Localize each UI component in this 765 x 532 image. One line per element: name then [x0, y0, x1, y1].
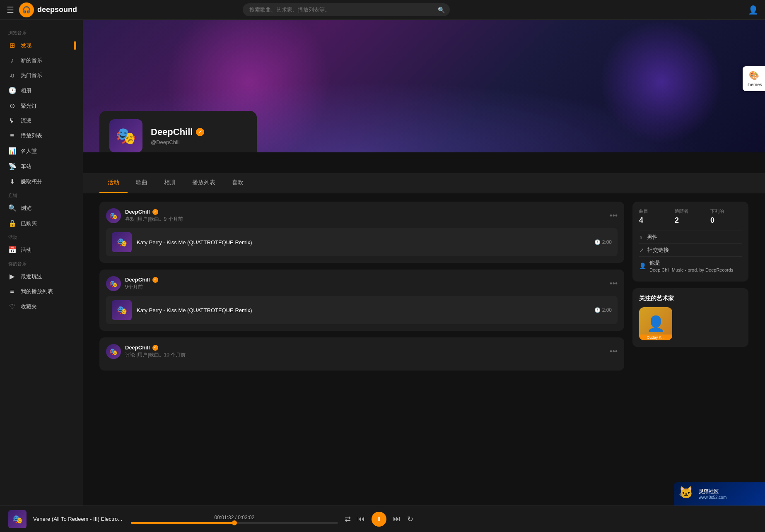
player-progress-section: 00:01:32 / 0:03:02	[131, 515, 338, 524]
stat-following: 下列的 0	[710, 208, 742, 225]
play-pause-button[interactable]: ⏸	[372, 512, 386, 527]
activity-user-info: DeepChill ✓ 喜欢 |用户|歌曲。9 个月前	[125, 209, 606, 223]
profile-stats: 曲目 4 追随者 2 下列的 0 ♀	[632, 202, 748, 282]
sidebar-item-activity[interactable]: 📅 活动	[0, 242, 83, 258]
track-duration: 🕐 2:00	[594, 239, 612, 245]
user-avatar-icon[interactable]: 👤	[748, 5, 758, 15]
sidebar-item-spotlight[interactable]: ⊙ 聚光灯	[0, 98, 83, 113]
sidebar-item-hall-of-fame[interactable]: 📊 名人堂	[0, 143, 83, 159]
profile-name-text: DeepChill	[151, 127, 193, 137]
tracks-label: 曲目	[639, 208, 671, 214]
sidebar-item-discover[interactable]: ⊞ 发现	[0, 38, 83, 53]
progress-bar[interactable]	[131, 522, 338, 524]
profile-name: DeepChill ✓	[151, 127, 204, 137]
activity-avatar: 🎭	[106, 276, 121, 291]
sidebar-item-earn-points[interactable]: ⬇ 赚取积分	[0, 174, 83, 189]
content-area: 🎭 DeepChill ✓ @DeepChill 活动 歌曲 相册 播放列表 喜…	[83, 20, 765, 506]
watermark: 🐱 灵猫社区 www.0s52.com	[674, 482, 765, 506]
track-duration: 🕐 2:00	[594, 307, 612, 313]
sidebar-item-label: 车站	[21, 163, 31, 170]
tab-activity[interactable]: 活动	[99, 173, 128, 193]
activity-feed: 🎭 DeepChill ✓ 喜欢 |用户|歌曲。9 个月前 ••• 🎭	[99, 202, 624, 377]
tracks-value: 4	[639, 216, 671, 225]
hot-music-icon: ♫	[8, 72, 16, 79]
repeat-button[interactable]: ↻	[407, 515, 413, 524]
social-detail[interactable]: ↗ 社交链接	[639, 243, 742, 256]
favorites-icon: ♡	[8, 303, 16, 311]
activity-header: 🎭 DeepChill ✓ 9个月前 •••	[106, 276, 618, 291]
sidebar-item-album[interactable]: 🕐 相册	[0, 83, 83, 98]
following-value: 0	[710, 216, 742, 225]
track-thumbnail: 🎭	[112, 232, 132, 252]
tab-albums[interactable]: 相册	[156, 173, 184, 193]
following-title: 关注的艺术家	[639, 295, 742, 302]
tab-playlists[interactable]: 播放列表	[184, 173, 224, 193]
sidebar-item-label: 已购买	[21, 220, 37, 227]
track-info: Katy Perry - Kiss Me (QUATTROTEQUE Remix…	[137, 239, 589, 246]
prev-button[interactable]: ⏮	[357, 515, 365, 523]
sidebar-item-recently-played[interactable]: ▶ 最近玩过	[0, 269, 83, 284]
sidebar-item-hot-music[interactable]: ♫ 热门音乐	[0, 68, 83, 83]
album-icon: 🕐	[8, 87, 16, 94]
sidebar-item-new-music[interactable]: ♪ 新的音乐	[0, 53, 83, 68]
progress-dot	[232, 520, 237, 525]
watermark-text-block: 灵猫社区 www.0s52.com	[699, 488, 726, 500]
activity-description: 喜欢 |用户|歌曲。9 个月前	[125, 216, 606, 223]
profile-avatar: 🎭	[109, 119, 142, 152]
sidebar-item-label: 相册	[21, 87, 31, 94]
player-controls: ⇄ ⏮ ⏸ ⏭ ↻	[345, 512, 413, 527]
social-icon: ↗	[639, 247, 644, 253]
logo-icon: 🎧	[19, 2, 34, 17]
verified-small-badge: ✓	[152, 345, 158, 351]
activity-user-info: DeepChill ✓ 评论 |用户|歌曲。10 个月前	[125, 344, 606, 359]
activity-avatar: 🎭	[106, 208, 121, 223]
shuffle-button[interactable]: ⇄	[345, 515, 351, 524]
sidebar-item-radio[interactable]: 📡 车站	[0, 159, 83, 174]
activity-header: 🎭 DeepChill ✓ 喜欢 |用户|歌曲。9 个月前 •••	[106, 208, 618, 223]
discover-badge	[74, 41, 76, 50]
sidebar-item-purchased[interactable]: 🔒 已购买	[0, 216, 83, 231]
next-button[interactable]: ⏭	[393, 515, 401, 523]
main-layout: 浏览音乐 ⊞ 发现 ♪ 新的音乐 ♫ 热门音乐 🕐 相册 ⊙ 聚光灯 🎙 流派 …	[0, 20, 765, 506]
gender-label: 男性	[647, 234, 658, 241]
tab-likes[interactable]: 喜欢	[224, 173, 252, 193]
activity-avatar: 🎭	[106, 344, 121, 359]
followers-label: 追随者	[675, 208, 706, 214]
logo[interactable]: 🎧 deepsound	[19, 2, 77, 17]
sidebar-item-playlist[interactable]: ≡ 播放列表	[0, 128, 83, 143]
profile-banner: 🎭 DeepChill ✓ @DeepChill	[83, 20, 765, 152]
tab-songs[interactable]: 歌曲	[128, 173, 156, 193]
username-text: DeepChill	[125, 277, 150, 283]
activity-section-title: 活动	[0, 231, 83, 242]
following-label: 下列的	[710, 208, 742, 214]
activity-more-button[interactable]: •••	[610, 347, 618, 356]
spotlight-icon: ⊙	[8, 102, 16, 110]
themes-icon: 🎨	[749, 70, 759, 80]
your-music-section-title: 你的音乐	[0, 258, 83, 269]
sidebar-item-browse-store[interactable]: 🔍 浏览	[0, 200, 83, 216]
store-section-title: 店铺	[0, 189, 83, 200]
verified-badge: ✓	[196, 128, 204, 136]
sidebar-item-label: 播放列表	[21, 132, 42, 140]
menu-icon[interactable]: ☰	[7, 5, 14, 15]
duration-text: 2:00	[602, 307, 612, 313]
activity-more-button[interactable]: •••	[610, 212, 618, 220]
sidebar: 浏览音乐 ⊞ 发现 ♪ 新的音乐 ♫ 热门音乐 🕐 相册 ⊙ 聚光灯 🎙 流派 …	[0, 20, 83, 506]
sidebar-item-favorites[interactable]: ♡ 收藏夹	[0, 299, 83, 314]
artist-card[interactable]: 👤 Ouday K...	[639, 307, 672, 340]
themes-label: Themes	[746, 82, 762, 87]
track-item[interactable]: 🎭 Katy Perry - Kiss Me (QUATTROTEQUE Rem…	[106, 296, 618, 324]
stat-followers: 追随者 2	[675, 208, 706, 225]
my-playlist-icon: ≡	[8, 288, 16, 295]
about-label: 他是	[649, 259, 733, 267]
total-time: 0:03:02	[238, 515, 254, 520]
sidebar-item-my-playlist[interactable]: ≡ 我的播放列表	[0, 284, 83, 299]
stats-grid: 曲目 4 追随者 2 下列的 0	[639, 208, 742, 225]
track-item[interactable]: 🎭 Katy Perry - Kiss Me (QUATTROTEQUE Rem…	[106, 228, 618, 256]
activity-more-button[interactable]: •••	[610, 279, 618, 288]
track-title: Katy Perry - Kiss Me (QUATTROTEQUE Remix…	[137, 307, 589, 313]
verified-small-badge: ✓	[152, 277, 158, 283]
themes-button[interactable]: 🎨 Themes	[743, 66, 765, 91]
search-input[interactable]	[243, 3, 450, 16]
sidebar-item-genre[interactable]: 🎙 流派	[0, 113, 83, 128]
